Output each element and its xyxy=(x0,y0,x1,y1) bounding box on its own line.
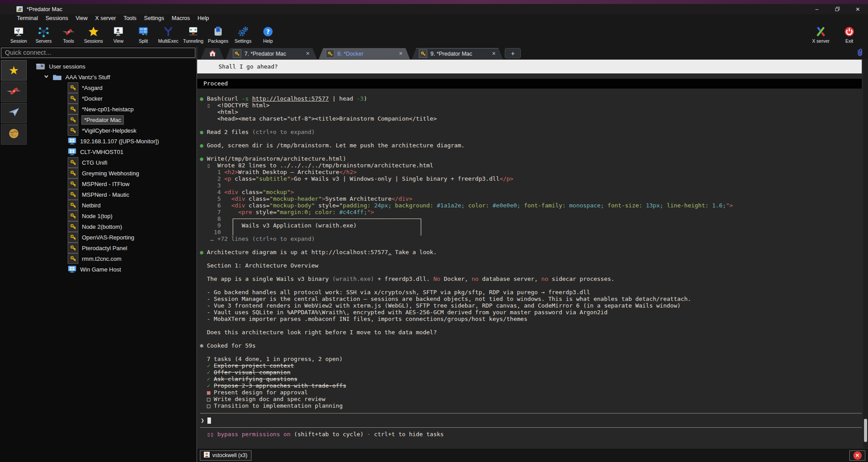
session-item[interactable]: MSPNerd - Mautic xyxy=(28,189,196,200)
status-bar: vstockwell (x3) ✕ xyxy=(197,448,868,462)
terminal-scrollbar[interactable] xyxy=(863,59,868,448)
ssh-key-icon xyxy=(68,104,78,114)
terminal-line: 7 tasks (4 done, 1 in progress, 2 open) xyxy=(200,356,868,362)
minimize-button[interactable]: – xyxy=(807,4,827,14)
title-bar: *Predator Mac – ✕ xyxy=(0,4,868,14)
terminal-line xyxy=(200,322,868,329)
tab-bar: 7. *Predator Mac✕8. *Docker✕9. *Predator… xyxy=(197,47,868,59)
session-item-label: CLT-VMHOST01 xyxy=(80,149,123,155)
sidebar-rail-button[interactable]: ★ xyxy=(1,60,27,81)
session-item[interactable]: Node 2(bottom) xyxy=(28,221,196,232)
window-title: *Predator Mac xyxy=(27,6,62,12)
sidebar-rail-button[interactable] xyxy=(1,81,27,102)
ssh-key-icon xyxy=(326,49,334,58)
restore-icon xyxy=(835,7,840,12)
toolbar-button-tools[interactable]: Tools xyxy=(56,26,81,44)
session-item[interactable]: MSPNerd - ITFlow xyxy=(28,178,196,189)
terminal-line: ✓ Propose 2-3 approaches with trade-offs xyxy=(200,382,868,389)
terminal-line: Does this architecture look right before… xyxy=(200,329,868,336)
restore-button[interactable] xyxy=(827,4,848,14)
sidebar-rail-button[interactable] xyxy=(1,103,27,123)
close-button[interactable]: ✕ xyxy=(848,4,868,14)
session-item[interactable]: 192.168.1.107 ([UPS-Monitor]) xyxy=(28,136,196,146)
menu-item-sessions[interactable]: Sessions xyxy=(45,15,68,21)
menu-item-tools[interactable]: Tools xyxy=(123,15,136,21)
menu-item-settings[interactable]: Settings xyxy=(144,15,164,21)
tree-folder[interactable]: AAA Vantz's Stuff xyxy=(28,72,196,82)
ssh-key-icon xyxy=(68,93,78,104)
menu-item-terminal[interactable]: Terminal xyxy=(17,15,38,21)
close-session-icon[interactable]: ✕ xyxy=(853,451,862,460)
menu-item-macros[interactable]: Macros xyxy=(172,15,190,21)
toolbar-button-x server[interactable]: X server xyxy=(808,26,833,44)
terminal-line xyxy=(200,336,868,342)
terminal-line: □ Transition to implementation planning xyxy=(200,402,868,409)
terminal-line: 7 <pre style="margin:0; color: #c4c4ff;"… xyxy=(200,209,868,215)
ssh-key-icon xyxy=(419,49,427,58)
background-window-strip xyxy=(0,0,868,4)
session-item[interactable]: Greyming Webhosting xyxy=(28,168,196,178)
toolbar-button-label: Help xyxy=(263,38,273,44)
user-sessions-icon xyxy=(36,63,45,70)
session-item[interactable]: CLT-VMHOST01 xyxy=(28,146,196,157)
terminal-tab[interactable]: 7. *Predator Mac✕ xyxy=(226,48,317,59)
sidebar-rail: ★ xyxy=(0,59,28,462)
toolbar-button-session[interactable]: Session xyxy=(6,26,31,44)
session-item[interactable]: OpenVAS-Reporting xyxy=(28,232,196,243)
terminal-tab[interactable]: 8. *Docker✕ xyxy=(319,48,410,59)
session-item[interactable]: Node 1(top) xyxy=(28,211,196,221)
scrollbar-thumb[interactable] xyxy=(864,419,867,442)
toolbar-button-label: Session xyxy=(10,38,27,44)
toolbar-button-split[interactable]: Split xyxy=(131,26,156,44)
toolbar-button-view[interactable]: View xyxy=(106,26,131,44)
prompt-input-box[interactable]: ❯ xyxy=(200,413,862,428)
session-item[interactable]: Pterodactyl Panel xyxy=(28,243,196,253)
toolbar-button-label: View xyxy=(114,38,124,44)
session-item[interactable]: Netbird xyxy=(28,200,196,211)
session-item[interactable]: CTG Unifi xyxy=(28,157,196,168)
quick-connect-input[interactable]: Quick connect... xyxy=(1,48,195,58)
session-item[interactable]: rmm.t2cnc.com xyxy=(28,253,196,264)
ssh-key-icon xyxy=(68,232,78,243)
terminal-line: Shall I go ahead? xyxy=(197,60,862,73)
close-icon[interactable]: ✕ xyxy=(306,51,310,57)
tree-root-user-sessions[interactable]: User sessions xyxy=(28,61,196,72)
toolbar-button-sessions[interactable]: Sessions xyxy=(81,26,106,44)
tab-home[interactable] xyxy=(201,48,224,59)
session-item[interactable]: *VigilCyber-Helpdesk xyxy=(28,125,196,136)
session-item[interactable]: *Docker xyxy=(28,93,196,104)
help-icon: ? xyxy=(262,26,274,38)
ssh-key-icon xyxy=(68,189,78,200)
sidebar-rail-button[interactable] xyxy=(1,124,27,145)
toolbar-button-tunneling[interactable]: Tunneling xyxy=(181,26,206,44)
session-item[interactable]: *New-cp01-heistacp xyxy=(28,104,196,114)
new-tab-button[interactable]: + xyxy=(505,48,521,58)
toolbar-button-help[interactable]: ?Help xyxy=(256,26,280,44)
toolbar-button-exit[interactable]: Exit xyxy=(837,26,862,44)
menu-item-view[interactable]: View xyxy=(76,15,88,21)
toolbar-button-servers[interactable]: Servers xyxy=(31,26,56,44)
menu-item-x-server[interactable]: X server xyxy=(95,15,116,21)
terminal-line: The app is a single Wails v3 binary (wra… xyxy=(200,276,868,282)
toolbar-button-multiexec[interactable]: MultiExec xyxy=(156,26,181,44)
paperclip-icon[interactable] xyxy=(856,48,864,57)
close-icon[interactable]: ✕ xyxy=(399,51,403,57)
terminal-tab[interactable]: 9. *Predator Mac✕ xyxy=(412,48,503,59)
terminal-line: 4 <div class="mockup"> xyxy=(200,189,868,195)
session-item-label: MSPNerd - ITFlow xyxy=(82,181,130,187)
menu-item-help[interactable]: Help xyxy=(198,15,209,21)
user-session-chip[interactable]: vstockwell (x3) xyxy=(200,450,251,461)
session-item[interactable]: Win Game Host xyxy=(28,264,196,275)
terminal-screen[interactable]: Shall I go ahead?Proceed● Bash(curl -s h… xyxy=(197,59,868,448)
close-icon[interactable]: ✕ xyxy=(492,51,496,57)
toolbar: SessionServersToolsSessionsViewSplitMult… xyxy=(0,22,868,47)
session-item[interactable]: *Asgard xyxy=(28,82,196,93)
toolbar-button-settings[interactable]: Settings xyxy=(231,26,256,44)
chevron-down-icon[interactable] xyxy=(44,74,50,81)
toolbar-button-packages[interactable]: Packages xyxy=(206,26,231,44)
close-session-chip[interactable]: ✕ xyxy=(849,450,865,461)
terminal-line: 3 xyxy=(200,182,868,189)
session-item[interactable]: *Predator Mac xyxy=(28,114,196,125)
terminal-line: ▯ Wrote 82 lines to ../../../../tmp/brai… xyxy=(200,162,868,169)
terminal-line: □ Write design doc and spec review xyxy=(200,396,868,402)
